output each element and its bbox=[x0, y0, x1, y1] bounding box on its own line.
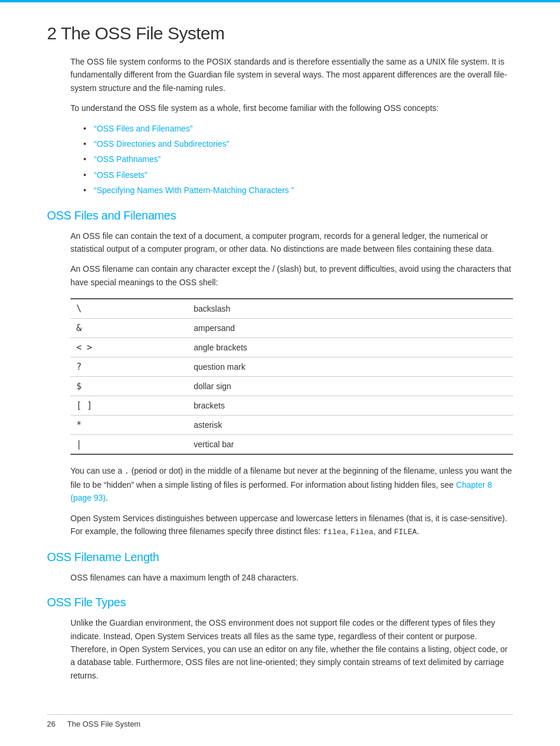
table-cell-symbol: $ bbox=[70, 377, 188, 396]
chapter-link[interactable]: Chapter 8 (page 93) bbox=[70, 480, 492, 502]
table-cell-symbol: \ bbox=[70, 299, 188, 319]
page: 2 The OSS File System The OSS file syste… bbox=[0, 0, 560, 746]
intro-paragraph-2: To understand the OSS file system as a w… bbox=[70, 102, 513, 114]
table-row: * asterisk bbox=[70, 416, 513, 435]
table-cell-desc: brackets bbox=[188, 396, 513, 416]
table-cell-symbol: & bbox=[70, 319, 188, 338]
list-item: “OSS Filesets” bbox=[94, 168, 513, 181]
files-filenames-para-2: An OSS filename can contain any characte… bbox=[70, 262, 513, 289]
footer: 26 The OSS File System bbox=[47, 714, 513, 728]
chapter-number: 2 bbox=[47, 23, 56, 43]
table-cell-desc: asterisk bbox=[188, 416, 513, 435]
table-cell-desc: vertical bar bbox=[188, 435, 513, 455]
section-heading-filename-length: OSS Filename Length bbox=[47, 551, 513, 564]
table-cell-symbol: ? bbox=[70, 357, 188, 377]
top-border bbox=[0, 0, 560, 2]
table-cell-desc: dollar sign bbox=[188, 377, 513, 396]
list-item: “Specifying Names With Pattern-Matching … bbox=[94, 184, 513, 197]
section-heading-files-filenames: OSS Files and Filenames bbox=[47, 209, 513, 222]
chapter-title-text: The OSS File System bbox=[60, 23, 224, 43]
table-cell-desc: angle brackets bbox=[188, 338, 513, 357]
toc-link-4[interactable]: “OSS Filesets” bbox=[94, 170, 147, 180]
list-item: “OSS Pathnames” bbox=[94, 153, 513, 166]
files-filenames-para-1: An OSS file can contain the text of a do… bbox=[70, 229, 513, 256]
chapter-title: 2 The OSS File System bbox=[47, 23, 513, 43]
after-table-para-1: You can use a . (period or dot) in the m… bbox=[70, 464, 513, 505]
section-heading-file-types: OSS File Types bbox=[47, 596, 513, 609]
table-row: ? question mark bbox=[70, 357, 513, 377]
list-item: “OSS Directories and Subdirectories” bbox=[94, 137, 513, 150]
table-row: [ ] brackets bbox=[70, 396, 513, 416]
table-row: & ampersand bbox=[70, 319, 513, 338]
toc-list: “OSS Files and Filenames” “OSS Directori… bbox=[94, 122, 513, 197]
table-cell-symbol: * bbox=[70, 416, 188, 435]
file-types-para: Unlike the Guardian environment, the OSS… bbox=[70, 616, 513, 682]
table-cell-symbol: [ ] bbox=[70, 396, 188, 416]
table-row: \ backslash bbox=[70, 299, 513, 319]
table-cell-symbol: | bbox=[70, 435, 188, 455]
table-cell-desc: backslash bbox=[188, 299, 513, 319]
toc-link-2[interactable]: “OSS Directories and Subdirectories” bbox=[94, 139, 229, 148]
filename-length-para: OSS filenames can have a maximum length … bbox=[70, 571, 513, 584]
table-cell-desc: question mark bbox=[188, 357, 513, 377]
special-chars-table: \ backslash & ampersand < > angle bracke… bbox=[70, 298, 513, 455]
table-row: | vertical bar bbox=[70, 435, 513, 455]
footer-section-title: The OSS File System bbox=[67, 720, 140, 728]
toc-link-1[interactable]: “OSS Files and Filenames” bbox=[94, 124, 193, 133]
footer-page-number: 26 bbox=[47, 720, 55, 728]
table-row: < > angle brackets bbox=[70, 338, 513, 357]
table-cell-symbol: < > bbox=[70, 338, 188, 357]
toc-link-5[interactable]: “Specifying Names With Pattern-Matching … bbox=[94, 185, 294, 195]
toc-link-3[interactable]: “OSS Pathnames” bbox=[94, 154, 161, 164]
after-table-para-2: Open System Services distinguishes betwe… bbox=[70, 512, 513, 539]
intro-paragraph-1: The OSS file system conforms to the POSI… bbox=[70, 55, 513, 94]
table-row: $ dollar sign bbox=[70, 377, 513, 396]
list-item: “OSS Files and Filenames” bbox=[94, 122, 513, 135]
table-cell-desc: ampersand bbox=[188, 319, 513, 338]
